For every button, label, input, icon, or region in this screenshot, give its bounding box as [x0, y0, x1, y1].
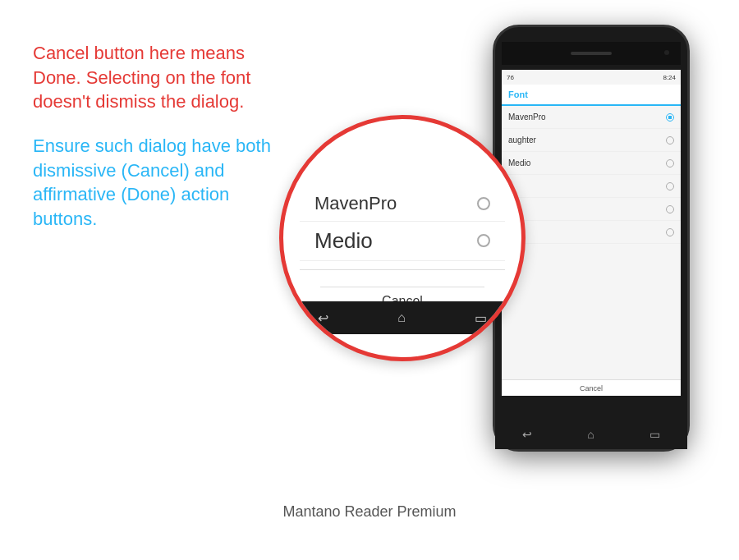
- mag-list-item[interactable]: MavenPro: [300, 186, 505, 222]
- caption: Mantano Reader Premium: [263, 503, 476, 521]
- red-annotation-text: Cancel button here means Done. Selecting…: [33, 41, 271, 114]
- mag-back-icon[interactable]: ↩: [318, 310, 328, 326]
- phone-camera: [664, 50, 669, 55]
- mag-home-icon[interactable]: ⌂: [397, 310, 406, 325]
- phone-screen: 76 8:24 Font MavenPro aughter: [502, 70, 681, 396]
- radio-button[interactable]: [666, 228, 674, 236]
- phone-app-bar-title: Font: [508, 90, 528, 99]
- annotation-panel: Cancel button here means Done. Selecting…: [33, 41, 271, 232]
- status-bar-left: 76: [507, 74, 514, 81]
- home-icon[interactable]: ⌂: [587, 428, 594, 441]
- magnify-overlay: MavenPro Medio Cancel ↩ ⌂ ▭: [279, 115, 526, 361]
- list-item[interactable]: aughter: [502, 129, 681, 152]
- radio-button[interactable]: [666, 182, 674, 190]
- list-item[interactable]: [502, 175, 681, 198]
- phone-font-list: MavenPro aughter Medio: [502, 106, 681, 379]
- phone-cancel-label[interactable]: Cancel: [580, 384, 603, 392]
- phone-status-bar: 76 8:24: [502, 70, 681, 85]
- mag-recents-icon[interactable]: ▭: [475, 310, 487, 326]
- mag-font-name: MavenPro: [314, 193, 397, 214]
- radio-button[interactable]: [666, 159, 674, 168]
- status-bar-right: 8:24: [663, 74, 676, 81]
- radio-button[interactable]: [666, 136, 674, 145]
- list-item[interactable]: Medio: [502, 152, 681, 175]
- radio-button[interactable]: [666, 113, 674, 122]
- radio-button[interactable]: [666, 205, 674, 213]
- phone-top-bar: [502, 42, 681, 65]
- back-icon[interactable]: ↩: [522, 428, 532, 441]
- mag-list-item[interactable]: Medio: [300, 222, 505, 261]
- magnify-content: MavenPro Medio Cancel ↩ ⌂ ▭: [283, 119, 521, 357]
- list-item[interactable]: MavenPro: [502, 106, 681, 129]
- phone-app-bar: Font: [502, 85, 681, 106]
- mag-radio-button[interactable]: [477, 197, 490, 210]
- list-item[interactable]: ur: [502, 198, 681, 221]
- mag-radio-button[interactable]: [477, 234, 490, 247]
- blue-annotation-text: Ensure such dialog have both dismissive …: [33, 134, 271, 232]
- mag-font-name: Medio: [314, 228, 373, 254]
- recents-icon[interactable]: ▭: [649, 428, 660, 441]
- list-item[interactable]: et: [502, 221, 681, 244]
- phone-nav-bar: ↩ ⌂ ▭: [495, 420, 687, 449]
- phone-speaker: [571, 52, 612, 55]
- phone-cancel-area: Cancel: [502, 379, 681, 396]
- mag-nav-bar: ↩ ⌂ ▭: [283, 301, 521, 334]
